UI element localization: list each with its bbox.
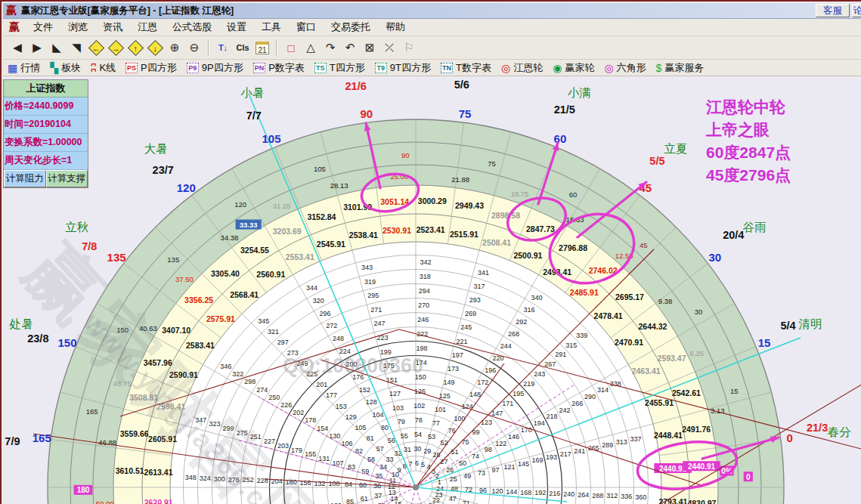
ribbon-item-赢家轮[interactable]: ◉赢家轮 <box>553 61 594 75</box>
menu-工具[interactable]: 工具 <box>254 19 289 36</box>
arc-ccw-tool-icon[interactable]: ↶ <box>341 39 359 57</box>
svg-text:24: 24 <box>436 485 444 493</box>
ribbon-item-行情[interactable]: ▦行情 <box>8 61 40 75</box>
shift-down-icon[interactable]: ↓ <box>146 39 164 57</box>
square-tool-icon[interactable]: □ <box>282 39 300 57</box>
svg-text:126: 126 <box>414 388 426 395</box>
ribbon-item-T四方形[interactable]: TST四方形 <box>314 61 365 75</box>
svg-text:109: 109 <box>330 502 342 504</box>
menu-帮助[interactable]: 帮助 <box>378 19 413 36</box>
ribbon-item-P数字表[interactable]: PNP数字表 <box>253 61 305 75</box>
menu-资讯[interactable]: 资讯 <box>95 19 130 36</box>
shift-up-icon[interactable]: ↑ <box>126 39 144 57</box>
svg-text:75: 75 <box>488 159 496 168</box>
svg-text:151: 151 <box>386 376 398 384</box>
svg-text:84: 84 <box>345 481 352 488</box>
menu-窗口[interactable]: 窗口 <box>289 19 324 36</box>
赢家轮-icon: ◉ <box>553 63 562 73</box>
svg-text:90: 90 <box>401 151 410 159</box>
svg-text:297: 297 <box>277 339 289 346</box>
svg-text:74: 74 <box>472 453 479 460</box>
svg-text:60: 60 <box>359 481 367 489</box>
pin-tool-icon[interactable]: ⚐ <box>400 39 418 57</box>
title-bar[interactable]: 赢 赢家江恩专业版[赢家服务平台] - [上证指数 江恩轮] 客服论 <box>3 3 861 19</box>
menu-公式选股[interactable]: 公式选股 <box>165 19 219 36</box>
svg-text:293: 293 <box>469 296 481 304</box>
P四方形-icon: PS <box>125 63 138 73</box>
calc-support-button[interactable]: 计算支撑 <box>46 170 88 187</box>
ribbon-item-板块[interactable]: ▚板块 <box>50 61 81 75</box>
svg-text:2542.61: 2542.61 <box>672 388 701 397</box>
shift-left-icon[interactable]: ← <box>87 39 105 57</box>
cross-arrows-tool-icon[interactable]: ⤫ <box>380 39 398 57</box>
svg-text:153: 153 <box>336 403 347 410</box>
svg-text:198: 198 <box>417 345 428 352</box>
arc-cw-tool-icon[interactable]: ↷ <box>321 39 339 57</box>
updown-marker-icon[interactable]: T↓ <box>214 39 232 57</box>
svg-text:221: 221 <box>457 338 468 345</box>
svg-text:150: 150 <box>415 373 426 381</box>
triangle-tool-icon[interactable]: △ <box>302 39 320 57</box>
svg-text:35: 35 <box>375 472 382 480</box>
svg-text:2949.43: 2949.43 <box>455 201 484 210</box>
svg-text:56: 56 <box>388 437 395 444</box>
calc-resistance-button[interactable]: 计算阻力 <box>4 170 46 187</box>
app-window: 赢 赢家江恩专业版[赢家服务平台] - [上证指数 江恩轮] 客服论 赢 文件浏… <box>0 0 861 504</box>
svg-text:80: 80 <box>381 424 389 431</box>
svg-text:60: 60 <box>569 190 578 199</box>
box-x-tool-icon[interactable]: ⊠ <box>361 39 379 57</box>
svg-text:30: 30 <box>695 308 703 316</box>
svg-text:4830.97: 4830.97 <box>687 499 716 504</box>
svg-text:58: 58 <box>367 456 375 463</box>
titlebar-button-extra[interactable]: 论 <box>852 4 861 17</box>
ribbon-item-六角形[interactable]: ◎六角形 <box>604 61 646 75</box>
zoom-out-icon[interactable]: ⊖ <box>185 39 203 57</box>
menu-浏览[interactable]: 浏览 <box>60 19 95 36</box>
svg-text:299: 299 <box>223 425 234 432</box>
svg-text:53: 53 <box>428 433 435 441</box>
svg-text:54: 54 <box>414 431 422 438</box>
ribbon-item-K线[interactable]: ʭK线 <box>91 61 116 75</box>
rotate-ccw-icon[interactable]: ◣ <box>48 39 66 57</box>
svg-text:2590.91: 2590.91 <box>169 370 198 379</box>
svg-text:270: 270 <box>418 301 429 309</box>
svg-text:2448.41: 2448.41 <box>654 431 683 440</box>
menu-设置[interactable]: 设置 <box>219 19 254 36</box>
svg-text:3407.10: 3407.10 <box>162 326 190 335</box>
svg-text:2530.91: 2530.91 <box>382 226 411 235</box>
svg-text:175: 175 <box>383 362 395 369</box>
svg-text:202: 202 <box>293 409 304 416</box>
menu-文件[interactable]: 文件 <box>26 19 60 36</box>
ribbon-item-江恩轮[interactable]: ◎江恩轮 <box>501 61 543 75</box>
svg-text:34.38: 34.38 <box>221 233 239 242</box>
svg-text:149: 149 <box>443 379 454 386</box>
calendar-icon[interactable]: 21 <box>253 39 271 57</box>
svg-text:3559.66: 3559.66 <box>120 429 149 438</box>
svg-text:81: 81 <box>367 434 374 442</box>
cls-icon[interactable]: Cls <box>234 39 252 57</box>
menu-交易委托[interactable]: 交易委托 <box>324 19 378 36</box>
titlebar-button-kefu[interactable]: 客服 <box>816 4 850 17</box>
menu-江恩[interactable]: 江恩 <box>130 19 165 36</box>
ribbon-item-9T四方形[interactable]: T99T四方形 <box>375 61 431 75</box>
gann-wheel-chart-area[interactable]: 1234567891011121314151617181920212223242… <box>3 76 861 504</box>
9T四方形-icon: T9 <box>375 63 387 73</box>
svg-text:29: 29 <box>423 447 431 455</box>
nav-left-icon[interactable]: ◀ <box>8 39 26 57</box>
zoom-in-icon[interactable]: ⊕ <box>166 39 184 57</box>
ribbon-item-9P四方形[interactable]: P99P四方形 <box>187 61 243 75</box>
svg-text:346: 346 <box>220 363 231 370</box>
svg-text:31.25: 31.25 <box>273 202 291 210</box>
rotate-cw-icon[interactable]: ◥ <box>67 39 85 57</box>
ribbon-item-赢家服务[interactable]: $赢家服务 <box>656 61 705 75</box>
svg-text:219: 219 <box>523 380 534 388</box>
svg-text:2796.88: 2796.88 <box>559 243 587 252</box>
svg-text:21/6: 21/6 <box>345 80 367 92</box>
ribbon-item-P四方形[interactable]: PSP四方形 <box>125 61 177 75</box>
svg-text:156: 156 <box>300 479 311 487</box>
ribbon-item-T数字表[interactable]: TNT数字表 <box>441 61 491 75</box>
nav-right-icon[interactable]: ▶ <box>28 39 46 57</box>
svg-text:3356.25: 3356.25 <box>184 295 213 305</box>
svg-text:268: 268 <box>508 330 519 338</box>
shift-right-icon[interactable]: → <box>107 39 125 57</box>
